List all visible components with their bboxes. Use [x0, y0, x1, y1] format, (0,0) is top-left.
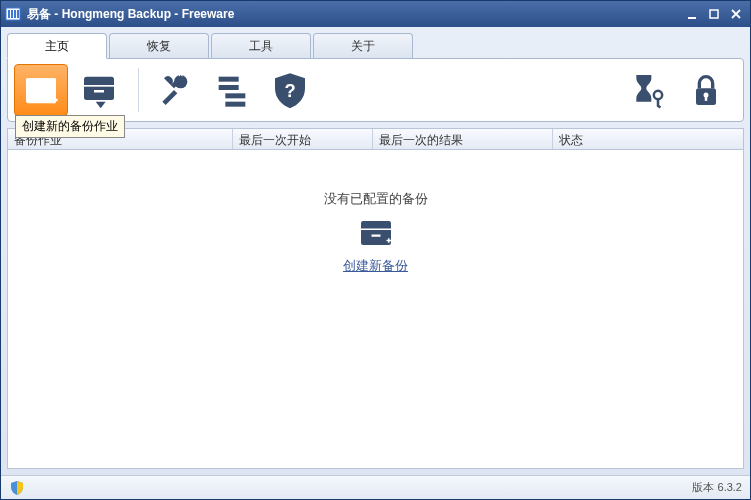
new-backup-button[interactable]: 创建新的备份作业: [14, 64, 68, 116]
tabs: 主页 恢复 工具 关于: [7, 33, 744, 59]
settings-button[interactable]: [147, 64, 201, 116]
svg-rect-13: [94, 90, 104, 93]
minimize-button[interactable]: [682, 6, 702, 22]
window-title: 易备 - Hongmeng Backup - Freeware: [27, 6, 682, 23]
toolbar: 创建新的备份作业 ?: [7, 58, 744, 122]
close-button[interactable]: [726, 6, 746, 22]
titlebar: 易备 - Hongmeng Backup - Freeware: [1, 1, 750, 27]
list-icon: [212, 70, 252, 110]
table-body: 没有已配置的备份 创建新备份: [7, 150, 744, 469]
tab-home[interactable]: 主页: [7, 33, 107, 59]
toolbar-separator: [138, 68, 139, 112]
svg-rect-9: [26, 88, 56, 91]
svg-rect-8: [26, 78, 56, 86]
svg-point-21: [654, 91, 662, 99]
lock-button[interactable]: [679, 64, 733, 116]
empty-message: 没有已配置的备份: [324, 190, 428, 208]
svg-rect-3: [14, 10, 16, 18]
window-controls: [682, 6, 746, 22]
shield-help-icon: ?: [270, 70, 310, 110]
svg-rect-26: [361, 229, 391, 231]
svg-rect-16: [219, 77, 239, 82]
svg-rect-17: [219, 85, 239, 90]
archive-icon: [358, 218, 394, 248]
svg-text:?: ?: [284, 80, 295, 101]
create-backup-link[interactable]: 创建新备份: [343, 257, 408, 275]
statusbar: 版本 6.3.2: [1, 475, 750, 499]
svg-rect-12: [84, 85, 114, 87]
maximize-button[interactable]: [704, 6, 724, 22]
svg-rect-6: [710, 10, 718, 18]
shield-status-icon: [9, 480, 25, 496]
version-label: 版本 6.3.2: [692, 480, 742, 495]
svg-rect-19: [225, 102, 245, 107]
app-window: 易备 - Hongmeng Backup - Freeware 主页 恢复 工具…: [0, 0, 751, 500]
archive-add-icon: [21, 70, 61, 110]
tooltip-new-backup: 创建新的备份作业: [15, 115, 125, 138]
tools-icon: [154, 70, 194, 110]
app-icon: [5, 6, 21, 22]
content-area: 主页 恢复 工具 关于 创建新的备份作业 ?: [1, 27, 750, 475]
open-backup-button[interactable]: [72, 64, 126, 116]
svg-rect-1: [8, 10, 10, 18]
tab-restore[interactable]: 恢复: [109, 33, 209, 59]
col-status[interactable]: 状态: [553, 129, 743, 149]
svg-rect-10: [36, 93, 46, 96]
svg-rect-11: [84, 77, 114, 100]
svg-rect-18: [225, 93, 245, 98]
empty-icon: [358, 218, 394, 251]
lock-icon: [686, 70, 726, 110]
archive-open-icon: [79, 70, 119, 110]
svg-rect-4: [17, 10, 19, 18]
svg-rect-24: [705, 96, 708, 101]
svg-rect-25: [361, 221, 391, 245]
col-last-start[interactable]: 最后一次开始: [233, 129, 373, 149]
hourglass-key-icon: [628, 70, 668, 110]
tab-tools[interactable]: 工具: [211, 33, 311, 59]
tab-about[interactable]: 关于: [313, 33, 413, 59]
svg-rect-27: [371, 235, 380, 237]
svg-rect-5: [688, 17, 696, 19]
col-last-result[interactable]: 最后一次的结果: [373, 129, 553, 149]
logs-button[interactable]: [205, 64, 259, 116]
schedule-button[interactable]: [621, 64, 675, 116]
help-button[interactable]: ?: [263, 64, 317, 116]
svg-rect-2: [11, 10, 13, 18]
